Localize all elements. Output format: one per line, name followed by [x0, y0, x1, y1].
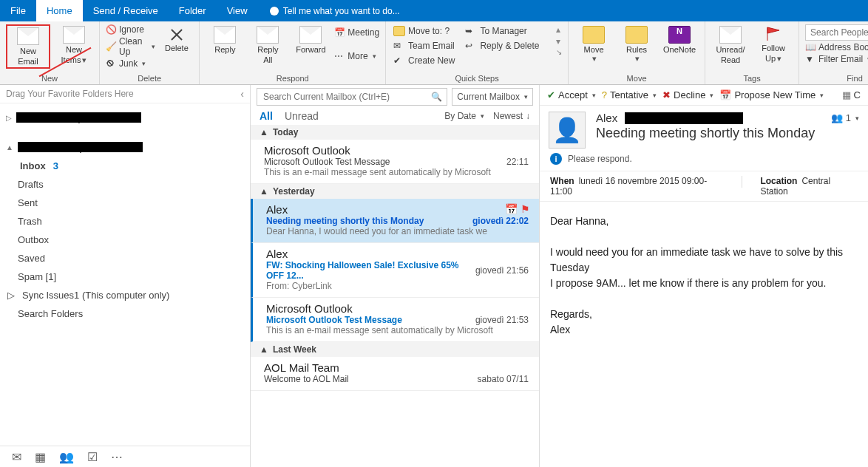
tab-home[interactable]: Home	[36, 0, 83, 21]
tell-me[interactable]: Tell me what you want to do...	[258, 0, 400, 21]
group-yesterday[interactable]: ▲Yesterday	[251, 184, 539, 199]
junk-button[interactable]: 🛇Junk▾	[106, 58, 155, 69]
message-item[interactable]: AOL Mail Team Welcome to AOL Mailsabato …	[251, 357, 539, 391]
tab-view[interactable]: View	[217, 0, 258, 21]
msg-subject: Microsoft Outlook Test Message	[266, 315, 402, 325]
message-item[interactable]: Microsoft Outlook Microsoft Outlook Test…	[251, 140, 539, 184]
forward-button[interactable]: Forward	[291, 24, 330, 55]
search-scope[interactable]: Current Mailbox▾	[452, 88, 533, 106]
message-item[interactable]: Alex FW: Shocking Halloween Sale! Exclus…	[251, 243, 539, 298]
ignore-button[interactable]: 🚫Ignore	[106, 24, 155, 35]
nav-mail-icon[interactable]: ✉	[12, 450, 21, 464]
meeting-meta: Whenlunedì 16 novembre 2015 09:00-11:00 …	[540, 171, 868, 202]
reply-all-button[interactable]: ReplyAll	[248, 24, 287, 66]
calendar-icon: 📅	[719, 89, 731, 100]
message-item-selected[interactable]: 📅⚑ Alex Needing meeting shortly this Mon…	[251, 199, 539, 243]
accept-button[interactable]: ✔Accept▾	[547, 89, 596, 100]
chevron-right-icon: ▷	[6, 114, 12, 122]
message-item[interactable]: Microsoft Outlook Microsoft Outlook Test…	[251, 298, 539, 342]
qs-move-to[interactable]: Move to: ?	[392, 24, 459, 38]
folder-saved[interactable]: Saved	[4, 249, 245, 267]
tab-file[interactable]: File	[0, 0, 36, 21]
rules-button[interactable]: Rules▾	[617, 24, 656, 64]
favorites-header: Drag Your Favorite Folders Here ‹	[0, 85, 250, 103]
unread-read-button[interactable]: Unread/Read	[711, 24, 750, 66]
attendees[interactable]: 👥1▾	[831, 112, 859, 123]
new-items-l2: Items▾	[61, 55, 87, 64]
decline-button[interactable]: ✖Decline▾	[662, 89, 713, 100]
search-icon[interactable]: 🔍	[431, 92, 442, 102]
folder-outbox[interactable]: Outbox	[4, 231, 245, 249]
menu-bar: File Home Send / Receive Folder View Tel…	[0, 0, 868, 21]
more-icon: ⋯	[334, 51, 345, 61]
propose-new-time-button[interactable]: 📅Propose New Time▾	[719, 89, 824, 100]
reply-button[interactable]: Reply	[206, 24, 244, 55]
tab-folder[interactable]: Folder	[169, 0, 217, 21]
account-2[interactable]: ▲user2@example.com	[6, 142, 244, 152]
qs-create-new[interactable]: ✔Create New	[392, 54, 459, 67]
search-input[interactable]	[262, 91, 431, 103]
sort-by-date[interactable]: By Date ▾	[444, 111, 484, 121]
sort-newest[interactable]: Newest ↓	[493, 111, 530, 121]
move-button[interactable]: Move▾	[574, 24, 613, 64]
follow-up-button[interactable]: FollowUp▾	[754, 24, 793, 64]
new-items-button[interactable]: New Items▾	[55, 24, 93, 66]
avatar: 👤	[549, 112, 586, 149]
folder-drafts[interactable]: Drafts	[4, 175, 245, 194]
new-email-button[interactable]: New Email	[6, 24, 50, 69]
nav-people-icon[interactable]: 👥	[59, 450, 74, 464]
cleanup-button[interactable]: 🧹Clean Up▾	[106, 36, 155, 57]
qs-to-manager[interactable]: ➥To Manager	[464, 24, 543, 38]
collapse-folder-pane[interactable]: ‹	[240, 88, 244, 100]
folder-sync-issues[interactable]: ▷Sync Issues1 (This computer only)	[4, 286, 245, 304]
qs-down[interactable]: ▾	[556, 36, 562, 47]
calendar-icon: 📅	[334, 27, 345, 38]
message-header: 👤 Alex 👥1▾ Needing meeting shortly this …	[540, 106, 868, 151]
x-icon: ✖	[662, 89, 671, 100]
body-line: I propose 9AM... let me know if there is…	[550, 276, 858, 291]
more-respond-button[interactable]: ⋯More▾	[334, 51, 379, 61]
qs-team-email[interactable]: ✉Team Email	[392, 39, 459, 52]
message-body: Dear Hanna, I would need you for an imme…	[540, 202, 868, 350]
info-icon: i	[550, 153, 562, 165]
qs-reply-delete[interactable]: ↩Reply & Delete	[464, 39, 543, 52]
nav-more-icon[interactable]: ⋯	[111, 450, 123, 464]
qs-up[interactable]: ▴	[556, 24, 562, 35]
folder-inbox[interactable]: Inbox3	[4, 157, 245, 175]
delete-button[interactable]: Delete	[160, 24, 193, 54]
folder-spam[interactable]: Spam [1]	[4, 267, 245, 286]
address-book-button[interactable]: 📖Address Book	[805, 42, 868, 52]
filter-unread[interactable]: Unread	[285, 110, 319, 122]
subject-line: Needing meeting shortly this Monday	[596, 126, 859, 141]
onenote-button[interactable]: OneNote	[660, 24, 699, 55]
folder-sent[interactable]: Sent	[4, 194, 245, 212]
chevron-down-icon: ▲	[260, 127, 268, 137]
sender-email-redacted	[625, 112, 743, 124]
view-calendar-button[interactable]: ▦ C	[842, 89, 861, 100]
tab-send-receive[interactable]: Send / Receive	[83, 0, 169, 21]
account-1[interactable]: ▷user2@example.com	[6, 112, 244, 123]
tentative-button[interactable]: ?Tentative▾	[602, 89, 657, 100]
nav-tasks-icon[interactable]: ☑	[87, 450, 98, 464]
ribbon-group-respond: Reply ReplyAll Forward 📅Meeting ⋯More▾ R…	[200, 21, 386, 84]
filter-email-button[interactable]: ▼Filter Email▾	[805, 54, 868, 64]
filter-all[interactable]: All	[260, 110, 273, 122]
group-last-week[interactable]: ▲Last Week	[251, 342, 539, 357]
forward-icon	[299, 26, 322, 44]
filter-row: All Unread By Date ▾ Newest ↓	[251, 109, 539, 125]
body-line: Dear Hanna,	[550, 214, 858, 229]
bulb-icon	[270, 7, 279, 16]
folder-trash[interactable]: Trash	[4, 212, 245, 231]
search-people-input[interactable]	[805, 24, 868, 41]
meeting-when: Whenlunedì 16 novembre 2015 09:00-11:00	[550, 176, 724, 197]
folder-search-folders[interactable]: Search Folders	[4, 304, 245, 323]
msg-from: Microsoft Outlook	[264, 144, 529, 157]
search-box[interactable]: 🔍	[257, 88, 447, 106]
reading-pane: ✔Accept▾ ?Tentative▾ ✖Decline▾ 📅Propose …	[540, 85, 868, 467]
group-today[interactable]: ▲Today	[251, 125, 539, 140]
msg-preview: This is an e-mail message sent automatic…	[266, 325, 529, 335]
funnel-icon: ▼	[805, 54, 816, 64]
nav-calendar-icon[interactable]: ▦	[35, 450, 46, 464]
qs-launcher[interactable]: ↘	[556, 48, 562, 56]
meeting-button[interactable]: 📅Meeting	[334, 27, 379, 38]
